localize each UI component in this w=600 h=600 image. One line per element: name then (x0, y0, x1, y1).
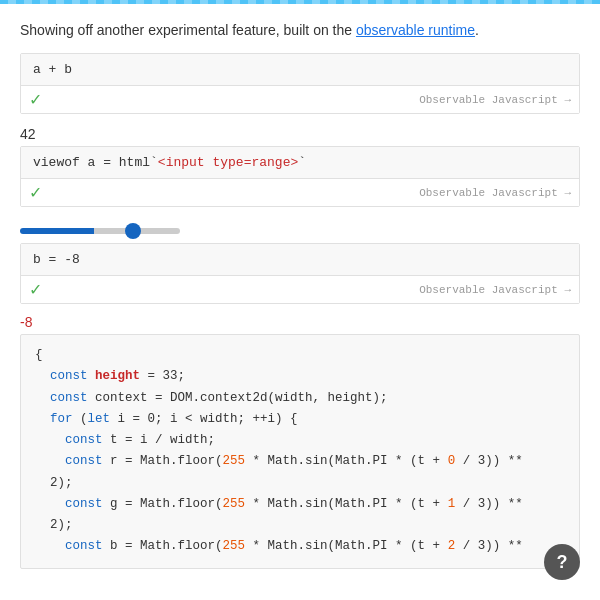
cell-1-footer: ✓ Observable Javascript → (21, 86, 579, 113)
code-line-2: const height = 33; (35, 366, 565, 387)
code-block: { const height = 33; const context = DOM… (20, 334, 580, 569)
code-line-6: const r = Math.floor(255 * Math.sin(Math… (35, 451, 565, 494)
range-slider[interactable] (20, 228, 180, 234)
output-2-value: -8 (20, 314, 32, 330)
output-1-value: 42 (20, 126, 36, 142)
cell-3-code-text: b = -8 (33, 252, 80, 267)
cell-3-obs-link[interactable]: Observable Javascript → (419, 284, 571, 296)
cell-1-checkmark: ✓ (29, 90, 42, 109)
code-line-7: const g = Math.floor(255 * Math.sin(Math… (35, 494, 565, 537)
code-height-var: height (95, 369, 140, 383)
code-const-keyword: const (50, 369, 88, 383)
cell-2-obs-link[interactable]: Observable Javascript → (419, 187, 571, 199)
cell-1-code-text: a + b (33, 62, 72, 77)
code-line-3: const context = DOM.context2d(width, hei… (35, 388, 565, 409)
output-2: -8 (0, 312, 600, 334)
cell-2-checkmark: ✓ (29, 183, 42, 202)
cell-1: a + b ✓ Observable Javascript → (20, 53, 580, 114)
cell-1-obs-link[interactable]: Observable Javascript → (419, 94, 571, 106)
code-line-8: const b = Math.floor(255 * Math.sin(Math… (35, 536, 565, 557)
cell-2-code-tag: <input type=range> (158, 155, 298, 170)
cell-2-code-prefix: viewof a = html` (33, 155, 158, 170)
code-height-eq: = 33; (148, 369, 186, 383)
intro-paragraph: Showing off another experimental feature… (0, 4, 600, 53)
cell-3-footer: ✓ Observable Javascript → (21, 276, 579, 303)
cell-1-code: a + b (21, 54, 579, 86)
cell-3-code: b = -8 (21, 244, 579, 276)
output-1: 42 (0, 122, 600, 146)
slider-container (0, 215, 600, 243)
cell-2: viewof a = html`<input type=range>` ✓ Ob… (20, 146, 580, 207)
cell-3: b = -8 ✓ Observable Javascript → (20, 243, 580, 304)
cell-2-code: viewof a = html`<input type=range>` (21, 147, 579, 179)
intro-text-before: Showing off another experimental feature… (20, 22, 352, 38)
cell-3-checkmark: ✓ (29, 280, 42, 299)
intro-text-after: . (475, 22, 479, 38)
help-button[interactable]: ? (544, 544, 580, 573)
observable-runtime-link[interactable]: observable runtime (356, 22, 475, 38)
code-line-4: for (let i = 0; i < width; ++i) { (35, 409, 565, 430)
code-line-1: { (35, 345, 565, 366)
cell-2-code-suffix: ` (298, 155, 306, 170)
cell-2-footer: ✓ Observable Javascript → (21, 179, 579, 206)
code-line-5: const t = i / width; (35, 430, 565, 451)
